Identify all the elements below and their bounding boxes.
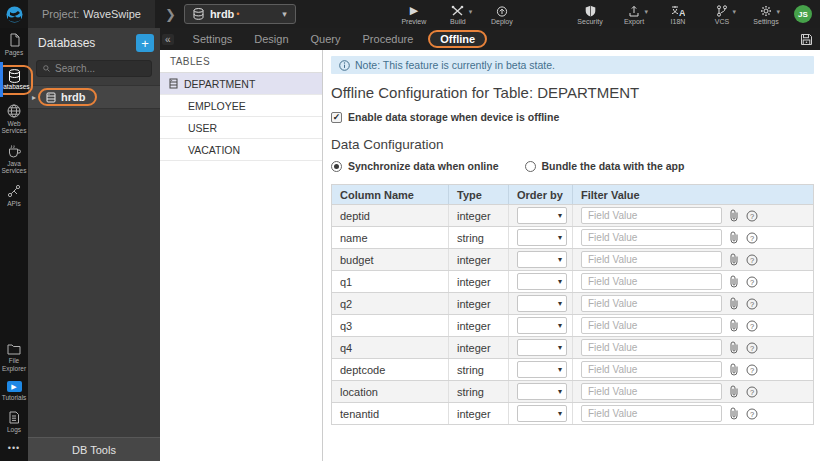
- column-type-cell: integer: [449, 337, 509, 358]
- order-by-select[interactable]: ▾: [517, 295, 567, 312]
- filter-value-input[interactable]: [581, 295, 722, 312]
- order-by-select[interactable]: ▾: [517, 361, 567, 378]
- column-type-cell: integer: [449, 205, 509, 226]
- order-by-select[interactable]: ▾: [517, 207, 567, 224]
- export-button[interactable]: ▾ Export: [619, 4, 649, 25]
- breadcrumb-chevron-icon: ❯: [165, 7, 176, 22]
- paperclip-icon: [729, 209, 739, 222]
- table-item-user[interactable]: USER: [160, 117, 322, 139]
- app-logo[interactable]: [0, 0, 28, 28]
- order-by-select[interactable]: ▾: [517, 273, 567, 290]
- help-button[interactable]: ?: [746, 210, 758, 222]
- search-input[interactable]: [55, 63, 145, 74]
- help-button[interactable]: ?: [746, 254, 758, 266]
- filter-value-input[interactable]: [581, 207, 722, 224]
- radio-synchronize-online[interactable]: Synchronize data when online: [331, 160, 499, 172]
- help-button[interactable]: ?: [746, 408, 758, 420]
- sidebar-item-databases[interactable]: Databases: [0, 60, 28, 98]
- bind-variable-button[interactable]: [729, 253, 739, 266]
- order-by-select[interactable]: ▾: [517, 383, 567, 400]
- vcs-button[interactable]: ▾ VCS: [707, 4, 737, 25]
- build-tools-icon: [451, 5, 464, 17]
- tab-procedure[interactable]: Procedure: [352, 33, 425, 45]
- expand-icon[interactable]: ▸: [32, 93, 36, 102]
- order-by-select[interactable]: ▾: [517, 317, 567, 334]
- table-item-employee[interactable]: EMPLOYEE: [160, 95, 322, 117]
- filter-value-input[interactable]: [581, 273, 722, 290]
- collapse-panel-icon[interactable]: «: [162, 34, 174, 45]
- enable-offline-checkbox[interactable]: ✓ Enable data storage when device is off…: [331, 111, 820, 123]
- sidebar-item-file-explorer[interactable]: File Explorer: [0, 338, 28, 376]
- sidebar-item-web-services[interactable]: Web Services: [0, 99, 28, 139]
- more-options-button[interactable]: •••: [8, 437, 20, 461]
- settings-button[interactable]: ▾ Settings: [751, 4, 781, 25]
- radio-selected-icon[interactable]: [331, 161, 342, 172]
- sidebar-item-tutorials[interactable]: ▶ Tutorials: [0, 376, 28, 405]
- bind-variable-button[interactable]: [729, 319, 739, 332]
- preview-button[interactable]: ▶ Preview: [399, 4, 429, 25]
- security-button[interactable]: Security: [575, 4, 605, 25]
- add-database-button[interactable]: +: [136, 34, 154, 52]
- table-item-department[interactable]: DEPARTMENT: [160, 73, 322, 95]
- filter-value-input[interactable]: [581, 361, 722, 378]
- tab-offline[interactable]: Offline: [428, 30, 487, 48]
- checkbox-checked-icon[interactable]: ✓: [331, 112, 342, 123]
- bind-variable-button[interactable]: [729, 363, 739, 376]
- databases-icon: [8, 69, 21, 83]
- sidebar-item-java-services[interactable]: Java Services: [0, 139, 28, 179]
- i18n-button[interactable]: A I18N: [663, 4, 693, 25]
- sidebar-item-logs[interactable]: Logs: [0, 406, 28, 437]
- help-button[interactable]: ?: [746, 386, 758, 398]
- header-filter-value: Filter Value: [573, 185, 813, 204]
- tab-query[interactable]: Query: [300, 33, 352, 45]
- help-button[interactable]: ?: [746, 298, 758, 310]
- tab-settings[interactable]: Settings: [182, 33, 244, 45]
- order-by-select[interactable]: ▾: [517, 251, 567, 268]
- order-by-select[interactable]: ▾: [517, 405, 567, 422]
- radio-unselected-icon[interactable]: [525, 161, 536, 172]
- build-button[interactable]: ▾ Build: [443, 4, 473, 25]
- bind-variable-button[interactable]: [729, 209, 739, 222]
- database-item-hrdb[interactable]: ▸ hrdb: [28, 85, 160, 109]
- question-mark-icon: ?: [746, 364, 758, 376]
- sidebar-item-apis[interactable]: APIs: [0, 179, 28, 211]
- help-button[interactable]: ?: [746, 342, 758, 354]
- bind-variable-button[interactable]: [729, 231, 739, 244]
- bind-variable-button[interactable]: [729, 297, 739, 310]
- database-search[interactable]: [36, 60, 152, 77]
- filter-value-input[interactable]: [581, 339, 722, 356]
- bind-variable-button[interactable]: [729, 341, 739, 354]
- user-avatar[interactable]: JS: [794, 5, 812, 23]
- save-button[interactable]: [800, 33, 813, 46]
- filter-value-input[interactable]: [581, 229, 722, 246]
- svg-text:?: ?: [750, 211, 754, 220]
- tab-design[interactable]: Design: [243, 33, 299, 45]
- deploy-button[interactable]: Deploy: [487, 4, 517, 25]
- filter-value-input[interactable]: [581, 405, 722, 422]
- order-by-select[interactable]: ▾: [517, 339, 567, 356]
- bind-variable-button[interactable]: [729, 407, 739, 420]
- column-name-cell: q3: [332, 315, 449, 336]
- help-button[interactable]: ?: [746, 320, 758, 332]
- bind-variable-button[interactable]: [729, 275, 739, 288]
- database-selector-dropdown[interactable]: hrdb • ▾: [184, 4, 296, 24]
- filter-value-input[interactable]: [581, 383, 722, 400]
- help-button[interactable]: ?: [746, 364, 758, 376]
- question-mark-icon: ?: [746, 320, 758, 332]
- filter-value-input[interactable]: [581, 317, 722, 334]
- bind-variable-button[interactable]: [729, 385, 739, 398]
- column-name-cell: q1: [332, 271, 449, 292]
- table-icon: [169, 78, 178, 89]
- order-by-select[interactable]: ▾: [517, 229, 567, 246]
- table-row: deptid integer ▾: [332, 205, 813, 227]
- db-tools-button[interactable]: DB Tools: [28, 437, 160, 461]
- radio-bundle-with-app[interactable]: Bundle the data with the app: [525, 160, 685, 172]
- column-name-cell: deptid: [332, 205, 449, 226]
- filter-value-input[interactable]: [581, 251, 722, 268]
- table-item-vacation[interactable]: VACATION: [160, 139, 322, 161]
- paperclip-icon: [729, 363, 739, 376]
- vcs-branch-icon: [716, 5, 728, 17]
- sidebar-item-pages[interactable]: Pages: [0, 28, 28, 60]
- help-button[interactable]: ?: [746, 276, 758, 288]
- help-button[interactable]: ?: [746, 232, 758, 244]
